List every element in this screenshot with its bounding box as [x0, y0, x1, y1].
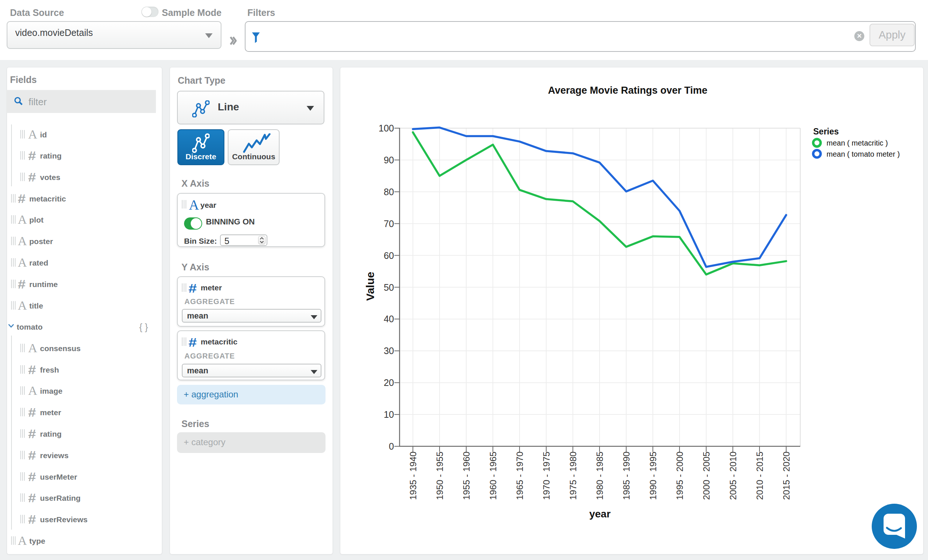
svg-text:1970 - 1975: 1970 - 1975 — [541, 452, 551, 500]
svg-text:1935 - 1940: 1935 - 1940 — [408, 452, 418, 500]
svg-text:70: 70 — [384, 218, 394, 229]
svg-text:year: year — [589, 508, 611, 520]
svg-text:30: 30 — [384, 346, 394, 356]
svg-text:2010 - 2015: 2010 - 2015 — [755, 452, 765, 500]
svg-text:Average Movie Ratings over Tim: Average Movie Ratings over Time — [548, 85, 708, 96]
svg-text:40: 40 — [384, 314, 394, 324]
svg-text:1980 - 1985: 1980 - 1985 — [595, 452, 605, 500]
svg-text:2000 - 2005: 2000 - 2005 — [701, 452, 711, 500]
svg-text:50: 50 — [384, 282, 394, 293]
svg-text:0: 0 — [389, 441, 394, 452]
svg-text:1965 - 1970: 1965 - 1970 — [515, 452, 525, 500]
svg-text:90: 90 — [384, 155, 394, 165]
svg-text:mean ( metacritic ): mean ( metacritic ) — [827, 139, 888, 147]
svg-text:100: 100 — [379, 123, 394, 133]
svg-text:1990 - 1995: 1990 - 1995 — [648, 452, 658, 500]
svg-text:20: 20 — [384, 377, 394, 388]
svg-text:1995 - 2000: 1995 - 2000 — [675, 452, 685, 500]
svg-text:2015 - 2020: 2015 - 2020 — [781, 452, 791, 500]
svg-text:1950 - 1955: 1950 - 1955 — [435, 452, 445, 500]
svg-text:1960 - 1965: 1960 - 1965 — [488, 452, 498, 500]
svg-text:60: 60 — [384, 250, 394, 261]
svg-text:1985 - 1990: 1985 - 1990 — [621, 452, 631, 500]
svg-text:1955 - 1960: 1955 - 1960 — [461, 452, 472, 500]
svg-text:1975 - 1980: 1975 - 1980 — [568, 452, 578, 500]
svg-text:mean ( tomato meter ): mean ( tomato meter ) — [827, 150, 900, 158]
svg-text:Value: Value — [364, 272, 376, 301]
svg-text:Series: Series — [813, 127, 839, 136]
svg-text:80: 80 — [384, 187, 394, 197]
svg-text:2005 - 2010: 2005 - 2010 — [728, 452, 738, 500]
svg-text:10: 10 — [384, 409, 394, 420]
